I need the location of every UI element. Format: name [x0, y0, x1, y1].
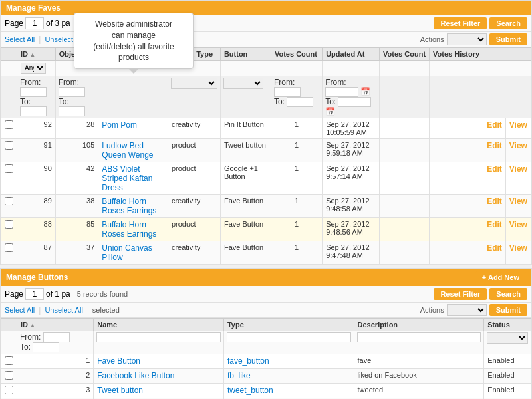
faves-row-name-link[interactable]: Union Canvas Pillow [102, 243, 152, 262]
buttons-select-all-link[interactable]: Select All [5, 306, 35, 314]
buttons-filter-name[interactable] [96, 332, 221, 342]
faves-filter-oid-from[interactable] [59, 87, 85, 97]
faves-filter-id-from[interactable] [20, 87, 47, 97]
buttons-th-check [1, 319, 17, 331]
faves-page-total: of 3 pa [46, 19, 70, 28]
faves-page-label: Page [5, 19, 23, 28]
faves-filter-oid-to[interactable] [59, 106, 85, 116]
faves-th-votes-count: Votes Count [271, 48, 322, 61]
buttons-page-input[interactable]: 1 [25, 288, 44, 300]
faves-filter-votes-to[interactable] [287, 97, 313, 107]
buttons-filter-type[interactable] [227, 332, 351, 342]
faves-row-view-link[interactable]: View [509, 164, 527, 174]
buttons-page-info: Page 1 of 1 pa [5, 288, 70, 300]
buttons-page-total: of 1 pa [46, 289, 70, 299]
buttons-th-status: Status [484, 319, 531, 331]
faves-row-name-link[interactable]: Buffalo Horn Roses Earrings [102, 197, 156, 215]
buttons-toolbar: Page 1 of 1 pa 5 records found Reset Fil… [1, 286, 531, 303]
faves-th-actions [483, 48, 531, 61]
buttons-actions: Actions Submit [420, 304, 527, 316]
buttons-filter-id-to[interactable] [33, 342, 59, 352]
faves-row-checkbox[interactable] [5, 220, 13, 229]
faves-row-edit-link[interactable]: Edit [487, 141, 502, 150]
faves-row-view-link[interactable]: View [509, 220, 527, 229]
list-item: 1 Fave Button fave_button fave Enabled [1, 354, 531, 369]
buttons-row-type-link[interactable]: tweet_button [227, 386, 273, 395]
table-row: 92 28 Pom Pom creativity Pin It Button 1… [1, 118, 531, 139]
buttons-filter-desc[interactable] [357, 332, 481, 342]
faves-actions: Actions Submit [420, 33, 527, 45]
faves-filter-id-to[interactable] [20, 106, 47, 116]
faves-row-view-link[interactable]: View [509, 243, 527, 253]
faves-row-view-link[interactable]: View [509, 197, 527, 206]
faves-row-name-link[interactable]: Pom Pom [102, 120, 137, 130]
faves-row-name-link[interactable]: Buffalo Horn Roses Earrings [102, 220, 156, 239]
faves-search-button[interactable]: Search [489, 17, 527, 29]
buttons-actions-select[interactable] [447, 304, 487, 316]
faves-filter-votes-from[interactable] [274, 87, 301, 97]
faves-submit-button[interactable]: Submit [489, 33, 527, 45]
buttons-th-id[interactable]: ID [17, 319, 94, 331]
buttons-unselect-all-link[interactable]: Unselect All [45, 306, 82, 314]
buttons-row-name-link[interactable]: Facebook Like Button [97, 371, 174, 380]
buttons-row-name-link[interactable]: Tweet button [97, 386, 143, 395]
buttons-filter-row: From: To: [1, 331, 531, 354]
buttons-filter-status[interactable] [487, 332, 528, 344]
buttons-filter-id-from[interactable] [43, 332, 70, 342]
table-row: 90 42 ABS Violet Striped Kaftan Dress pr… [1, 162, 531, 195]
buttons-reset-filter-button[interactable]: Reset Filter [434, 288, 487, 300]
faves-table: ID Object Id Object Name Object Type But… [1, 47, 531, 265]
buttons-row-checkbox[interactable] [5, 371, 13, 380]
buttons-submit-button[interactable]: Submit [489, 304, 527, 316]
faves-row-name-link[interactable]: ABS Violet Striped Kaftan Dress [102, 164, 152, 192]
faves-page-info: Page 1 of 3 pa [5, 17, 70, 29]
faves-page-input[interactable]: 1 [25, 17, 44, 29]
buttons-row-type-link[interactable]: fave_button [227, 356, 269, 366]
buttons-title: Manage Buttons [6, 273, 68, 282]
buttons-actions-label: Actions [420, 306, 444, 314]
faves-row-edit-link[interactable]: Edit [487, 120, 502, 130]
faves-row-edit-link[interactable]: Edit [487, 197, 502, 206]
buttons-th-description: Description [354, 319, 484, 331]
table-row: 88 85 Buffalo Horn Roses Earrings produc… [1, 218, 531, 241]
buttons-page-label: Page [5, 289, 23, 299]
faves-row-checkbox[interactable] [5, 197, 13, 205]
faves-th-check [1, 48, 17, 61]
faves-row-checkbox[interactable] [5, 243, 13, 252]
buttons-row-type-link[interactable]: fb_like [227, 371, 251, 380]
faves-row-checkbox[interactable] [5, 164, 13, 173]
faves-row-edit-link[interactable]: Edit [487, 243, 502, 253]
faves-select-all-link[interactable]: Select All [5, 35, 35, 43]
buttons-table: ID Name Type Description Status From: To… [1, 318, 531, 399]
buttons-search-button[interactable]: Search [489, 288, 527, 300]
faves-th-updated-at: Updated At [323, 48, 380, 61]
faves-row-edit-link[interactable]: Edit [487, 164, 502, 174]
faves-row-checkbox[interactable] [5, 141, 13, 150]
faves-row-checkbox[interactable] [5, 120, 13, 129]
buttons-row-name-link[interactable]: Fave Button [97, 356, 140, 366]
buttons-header-row: ID Name Type Description Status [1, 319, 531, 331]
buttons-row-checkbox[interactable] [5, 356, 13, 365]
faves-filter-updated-to[interactable] [338, 97, 371, 107]
faves-any-select[interactable]: Any [21, 63, 46, 74]
faves-th-id[interactable]: ID [17, 48, 56, 61]
faves-reset-filter-button[interactable]: Reset Filter [434, 17, 487, 29]
faves-right-buttons: Reset Filter Search [434, 17, 527, 29]
faves-row-view-link[interactable]: View [509, 120, 527, 130]
faves-th-button: Button [220, 48, 271, 61]
faves-row-view-link[interactable]: View [509, 141, 527, 150]
buttons-add-new-button[interactable]: + Add New [475, 271, 526, 283]
faves-tooltip: Website administratorcan manage(edit/del… [74, 13, 194, 69]
buttons-th-name: Name [94, 319, 224, 331]
faves-row-edit-link[interactable]: Edit [487, 220, 502, 229]
list-item: 3 Tweet button tweet_button tweeted Enab… [1, 384, 531, 398]
faves-filter-updated-from[interactable] [325, 87, 358, 97]
faves-filter-button[interactable] [223, 78, 263, 89]
faves-row-name-link[interactable]: Ludlow Bed Queen Wenge [102, 141, 153, 160]
buttons-header: Manage Buttons + Add New [1, 269, 531, 286]
table-row: 91 105 Ludlow Bed Queen Wenge product Tw… [1, 139, 531, 162]
faves-filter-type[interactable] [171, 78, 217, 89]
faves-actions-select[interactable] [447, 33, 487, 45]
list-item: 2 Facebook Like Button fb_like liked on … [1, 369, 531, 384]
buttons-row-checkbox[interactable] [5, 386, 13, 394]
